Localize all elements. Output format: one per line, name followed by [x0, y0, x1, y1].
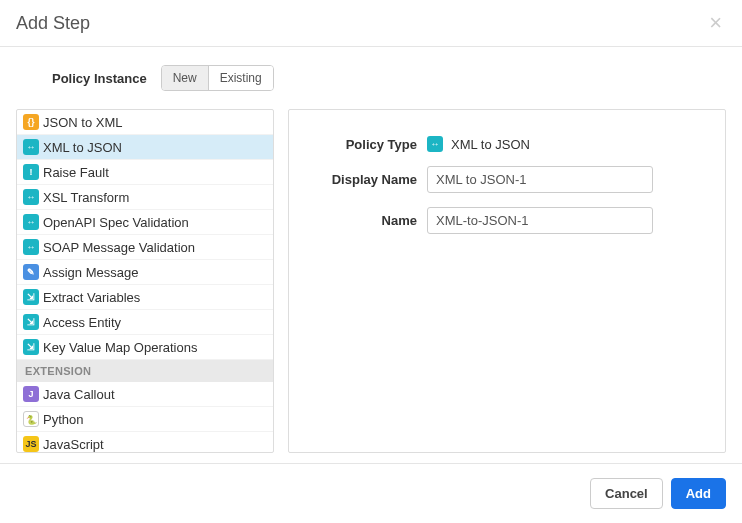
policy-icon: ⇲ [23, 289, 39, 305]
policy-item-label: Raise Fault [43, 165, 109, 180]
body-area: {}JSON to XML↔XML to JSON!Raise Fault↔XS… [0, 109, 742, 453]
policy-item[interactable]: ⇲Key Value Map Operations [17, 335, 273, 360]
instance-toggle: New Existing [161, 65, 274, 91]
policy-item[interactable]: ⇲Extract Variables [17, 285, 273, 310]
policy-type-value: XML to JSON [451, 137, 530, 152]
policy-item[interactable]: ✎Assign Message [17, 260, 273, 285]
policy-icon: ↔ [23, 239, 39, 255]
policy-icon: JS [23, 436, 39, 452]
detail-pane: Policy Type ↔ XML to JSON Display Name N… [288, 109, 726, 453]
add-button[interactable]: Add [671, 478, 726, 509]
policy-item[interactable]: ↔XSL Transform [17, 185, 273, 210]
policy-icon: {} [23, 114, 39, 130]
name-input[interactable] [427, 207, 653, 234]
instance-existing-button[interactable]: Existing [208, 66, 273, 90]
policy-item-label: OpenAPI Spec Validation [43, 215, 189, 230]
display-name-row: Display Name [311, 166, 703, 193]
modal-title: Add Step [16, 13, 90, 34]
policy-item-label: Access Entity [43, 315, 121, 330]
policy-item-label: Assign Message [43, 265, 138, 280]
policy-icon: ⇲ [23, 314, 39, 330]
name-label: Name [311, 213, 427, 228]
policy-item-label: JavaScript [43, 437, 104, 452]
policy-icon: ↔ [23, 214, 39, 230]
policy-item[interactable]: ⇲Access Entity [17, 310, 273, 335]
policy-item[interactable]: ↔XML to JSON [17, 135, 273, 160]
policy-item-label: XSL Transform [43, 190, 129, 205]
policy-icon: ↔ [23, 189, 39, 205]
policy-icon: ↔ [23, 139, 39, 155]
policy-item[interactable]: JSJavaScript [17, 432, 273, 452]
policy-instance-row: Policy Instance New Existing [0, 47, 742, 109]
display-name-label: Display Name [311, 172, 427, 187]
policy-item-label: Key Value Map Operations [43, 340, 197, 355]
policy-item[interactable]: ↔OpenAPI Spec Validation [17, 210, 273, 235]
policy-type-value-wrap: ↔ XML to JSON [427, 136, 530, 152]
policy-icon: 🐍 [23, 411, 39, 427]
policy-list[interactable]: {}JSON to XML↔XML to JSON!Raise Fault↔XS… [17, 110, 273, 452]
policy-group-header: EXTENSION [17, 360, 273, 382]
close-icon[interactable]: × [705, 12, 726, 34]
policy-item[interactable]: !Raise Fault [17, 160, 273, 185]
name-row: Name [311, 207, 703, 234]
policy-type-label: Policy Type [311, 137, 427, 152]
policy-icon: ⇲ [23, 339, 39, 355]
policy-item-label: Java Callout [43, 387, 115, 402]
policy-item[interactable]: {}JSON to XML [17, 110, 273, 135]
policy-item[interactable]: 🐍Python [17, 407, 273, 432]
modal-footer: Cancel Add [0, 463, 742, 523]
policy-icon: ✎ [23, 264, 39, 280]
policy-type-icon: ↔ [427, 136, 443, 152]
instance-new-button[interactable]: New [162, 66, 208, 90]
policy-item-label: XML to JSON [43, 140, 122, 155]
modal-header: Add Step × [0, 0, 742, 47]
policy-item[interactable]: ↔SOAP Message Validation [17, 235, 273, 260]
policy-item-label: Python [43, 412, 83, 427]
cancel-button[interactable]: Cancel [590, 478, 663, 509]
policy-list-panel: {}JSON to XML↔XML to JSON!Raise Fault↔XS… [16, 109, 274, 453]
display-name-input[interactable] [427, 166, 653, 193]
policy-instance-label: Policy Instance [52, 71, 147, 86]
policy-item[interactable]: JJava Callout [17, 382, 273, 407]
policy-type-row: Policy Type ↔ XML to JSON [311, 136, 703, 152]
policy-icon: ! [23, 164, 39, 180]
policy-item-label: Extract Variables [43, 290, 140, 305]
policy-item-label: SOAP Message Validation [43, 240, 195, 255]
policy-item-label: JSON to XML [43, 115, 122, 130]
policy-icon: J [23, 386, 39, 402]
